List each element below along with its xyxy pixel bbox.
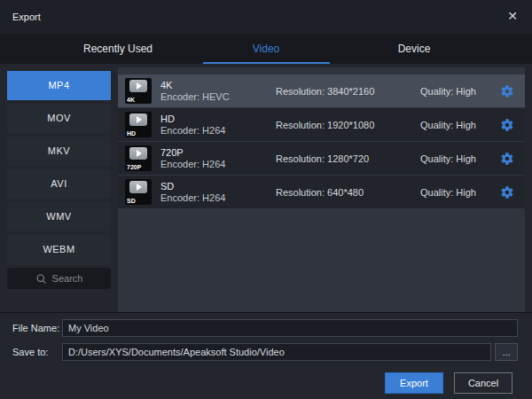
settings-gear-icon[interactable] — [500, 118, 514, 132]
format-sidebar: MP4 MOV MKV AVI WMV WEBM Search — [7, 64, 111, 312]
sidebar-item-mp4[interactable]: MP4 — [7, 71, 111, 100]
preset-title: HD — [160, 113, 276, 125]
preset-resolution: Resolution: 640*480 — [276, 187, 420, 198]
video-thumbnail: HD — [125, 112, 152, 137]
preset-encoder: Encoder: H264 — [160, 192, 276, 204]
file-name-row: File Name: — [12, 319, 518, 337]
settings-gear-icon[interactable] — [500, 185, 514, 200]
preset-resolution: Resolution: 1920*1080 — [276, 120, 420, 130]
sidebar-item-mkv[interactable]: MKV — [7, 137, 111, 166]
thumb-badge: 720P — [127, 164, 141, 170]
thumb-badge: 4K — [127, 97, 135, 103]
tab-device[interactable]: Device — [340, 34, 489, 64]
cancel-button[interactable]: Cancel — [454, 372, 512, 394]
preset-quality: Quality: High — [420, 187, 500, 198]
settings-gear-icon[interactable] — [500, 84, 514, 98]
play-icon — [129, 181, 147, 193]
tabbar: Recently Used Video Device — [0, 34, 532, 64]
thumb-badge: HD — [127, 130, 136, 137]
sidebar-item-webm[interactable]: WEBM — [7, 235, 111, 264]
sidebar-item-mov[interactable]: MOV — [7, 104, 111, 133]
video-thumbnail: SD — [125, 179, 152, 205]
titlebar: Export ✕ — [0, 0, 532, 34]
preset-list: 4K 4K Encoder: HEVC Resolution: 3840*216… — [118, 67, 525, 312]
file-name-label: File Name: — [12, 323, 62, 333]
tab-recently-used[interactable]: Recently Used — [44, 34, 192, 64]
preset-quality: Quality: High — [420, 120, 500, 130]
preset-encoder: Encoder: H264 — [160, 159, 276, 170]
export-button[interactable]: Export — [385, 372, 443, 394]
preset-encoder: Encoder: H264 — [160, 125, 276, 137]
preset-quality: Quality: High — [420, 153, 500, 164]
preset-meta: 720P Encoder: H264 — [160, 147, 276, 170]
tab-video[interactable]: Video — [192, 34, 340, 64]
preset-resolution: Resolution: 1280*720 — [276, 153, 420, 164]
sidebar-item-avi[interactable]: AVI — [7, 169, 111, 199]
preset-meta: 4K Encoder: HEVC — [160, 80, 276, 103]
save-to-row: Save to: ... — [12, 343, 518, 361]
sidebar-item-wmv[interactable]: WMV — [7, 202, 111, 231]
save-to-input[interactable] — [62, 343, 491, 361]
thumb-badge: SD — [127, 198, 136, 204]
preset-resolution: Resolution: 3840*2160 — [276, 86, 420, 97]
window-title: Export — [12, 12, 41, 22]
footer: File Name: Save to: ... Export Cancel — [0, 312, 532, 398]
preset-row-hd[interactable]: HD HD Encoder: H264 Resolution: 1920*108… — [118, 108, 525, 141]
preset-title: SD — [160, 181, 276, 192]
preset-row-4k[interactable]: 4K 4K Encoder: HEVC Resolution: 3840*216… — [118, 74, 525, 107]
action-buttons: Export Cancel — [0, 372, 512, 394]
settings-gear-icon[interactable] — [500, 152, 514, 166]
video-thumbnail: 720P — [125, 145, 152, 171]
play-icon — [129, 147, 147, 160]
preset-title: 4K — [160, 80, 276, 91]
video-thumbnail: 4K — [125, 78, 152, 104]
export-dialog: Export ✕ Recently Used Video Device MP4 … — [0, 0, 532, 399]
preset-quality: Quality: High — [420, 86, 500, 97]
preset-title: 720P — [160, 147, 276, 159]
search-box[interactable]: Search — [7, 268, 111, 289]
preset-row-sd[interactable]: SD SD Encoder: H264 Resolution: 640*480 … — [118, 176, 525, 208]
close-icon[interactable]: ✕ — [507, 9, 518, 23]
search-icon — [35, 273, 47, 285]
preset-encoder: Encoder: HEVC — [160, 91, 276, 103]
preset-meta: SD Encoder: H264 — [160, 181, 276, 204]
search-placeholder: Search — [52, 273, 83, 284]
play-icon — [129, 113, 147, 126]
content-area: MP4 MOV MKV AVI WMV WEBM Search 4K — [0, 64, 532, 312]
file-name-input[interactable] — [62, 319, 518, 337]
preset-meta: HD Encoder: H264 — [160, 113, 276, 137]
preset-row-720p[interactable]: 720P 720P Encoder: H264 Resolution: 1280… — [118, 142, 525, 175]
play-icon — [129, 80, 147, 92]
browse-button[interactable]: ... — [495, 343, 518, 361]
save-to-label: Save to: — [12, 347, 62, 357]
